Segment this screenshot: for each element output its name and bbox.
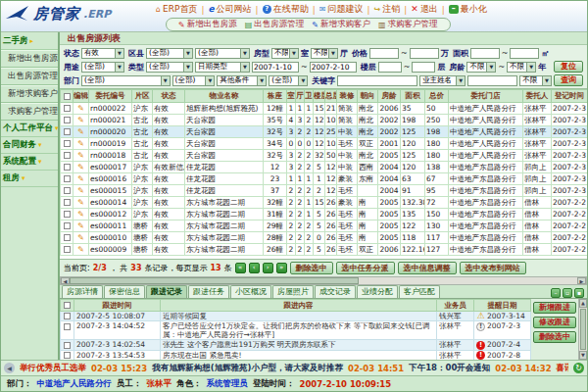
sidebar-item[interactable]: 出售房源管理 xyxy=(1,68,58,85)
table-row[interactable]: ✎rn000020古北有效天台家园32号3221225中装南北200212519… xyxy=(61,126,588,138)
batch-action-button-4[interactable]: 选中发布到网站 xyxy=(460,262,526,274)
menu-item-4[interactable]: ✉问题建议 xyxy=(319,3,364,16)
table-row[interactable]: ✎es000012沪东有效东方城市花园二期31幢221526毛坯南2005135… xyxy=(61,209,588,220)
table-row[interactable]: ✎es000015沪东有效佳龙花园37222212毛坯20049195中道地产东… xyxy=(61,185,588,197)
tab-3[interactable]: 跟进记录 xyxy=(146,285,187,298)
edit-icon[interactable]: ✎ xyxy=(77,127,84,136)
row-checkbox[interactable] xyxy=(64,211,71,218)
panel-restore-icon[interactable]: ▫ xyxy=(563,288,572,298)
other-condition2-select[interactable]: (全部)▼ xyxy=(269,75,308,86)
add-followup-button[interactable]: 新增跟进 xyxy=(533,302,576,314)
row-checkbox[interactable] xyxy=(64,222,71,229)
tab-6[interactable]: 房屋照片 xyxy=(272,285,314,298)
table-row[interactable]: ✎es000016沪东有效佳龙花园23111112豪装东南20046367中道地… xyxy=(61,173,588,185)
last-page-button[interactable]: » xyxy=(276,263,287,273)
edit-icon[interactable]: ✎ xyxy=(77,151,84,160)
district-select[interactable]: (全部)▼ xyxy=(146,48,193,59)
edit-icon[interactable]: ✎ xyxy=(77,174,84,183)
table-row[interactable]: ✎rn000018古北有效天台家园32号3223250中装南北200512518… xyxy=(61,150,588,162)
sidebar-item[interactable]: 新增求购客户 xyxy=(1,85,58,103)
usage-select[interactable]: (全部)▼ xyxy=(81,62,124,73)
type-select[interactable]: (全部)▼ xyxy=(146,62,193,73)
table-row[interactable]: ✎rn000022沪东有效旭辉新构想(旭辉雅苑)12幢1111521简装南北20… xyxy=(61,103,588,115)
age-min-select[interactable]: 不限▼ xyxy=(466,62,496,73)
tab-7[interactable]: 成交记录 xyxy=(315,285,356,298)
edit-icon[interactable]: ✎ xyxy=(77,233,84,242)
quickbar-item-1[interactable]: ✎新增出售房源 xyxy=(178,19,237,30)
edit-followup-button[interactable]: 修改跟进 xyxy=(533,317,576,328)
followup-row[interactable]: 2007-2-3 14:02:54张先生 这个客户愿意出191万购买 明天跟房东… xyxy=(61,340,531,350)
edit-icon[interactable]: ✎ xyxy=(77,198,84,207)
refresh-icon[interactable]: ↻ xyxy=(573,363,584,373)
tab-9[interactable]: 客户匹配 xyxy=(399,285,440,298)
owner-name-select[interactable]: 业主姓名▼ xyxy=(419,75,466,86)
row-checkbox[interactable] xyxy=(64,140,71,147)
quickbar-item-4[interactable]: ▥求购客户管理 xyxy=(378,19,438,30)
scroll-up-icon[interactable]: ▲ xyxy=(579,299,587,308)
table-row[interactable]: ✎es000011塘桥有效东方城市花园二期29幢222526毛坯南2005122… xyxy=(61,220,588,232)
table-row[interactable]: ✎es000014沪东有效东方城市花园二期32幢2211526豪装南200513… xyxy=(61,197,588,209)
menu-item-7[interactable]: –最小化 xyxy=(449,3,487,16)
row-checkbox[interactable] xyxy=(64,117,71,123)
tab-2[interactable]: 保密信息 xyxy=(104,285,145,298)
tab-4[interactable]: 跟进任务 xyxy=(188,285,229,298)
row-checkbox[interactable] xyxy=(64,128,71,135)
sidebar-section[interactable]: 合同财务▾ xyxy=(1,137,58,154)
scroll-right-icon[interactable]: ▶ xyxy=(577,277,586,284)
scroll-thumb[interactable] xyxy=(580,309,586,350)
first-page-button[interactable]: « xyxy=(235,263,246,273)
datetype-select[interactable]: 日期类型▼ xyxy=(195,62,250,73)
district2-select[interactable]: (全部)▼ xyxy=(195,48,250,59)
scroll-track[interactable] xyxy=(359,277,577,284)
edit-icon[interactable]: ✎ xyxy=(77,116,84,124)
other-condition-select[interactable]: 其他条件▼ xyxy=(217,75,267,86)
edit-icon[interactable]: ✎ xyxy=(77,221,84,230)
batch-action-button-3[interactable]: 选中信息调整 xyxy=(398,262,457,274)
floor-max-input[interactable] xyxy=(412,62,435,73)
followup-row[interactable]: 2007-2-3 13:54:53房东现在出国 紧急甩卖!张林平!2007-2-… xyxy=(61,350,531,360)
sidebar-item[interactable]: 新增出售房源 xyxy=(1,50,58,68)
search-button[interactable]: 查询 xyxy=(554,74,583,86)
quickbar-item-3[interactable]: ✎新增求购客户 xyxy=(312,19,370,30)
date-from-input[interactable]: 2007-1-10 xyxy=(252,62,299,73)
halls-select[interactable]: 不限▼ xyxy=(311,48,338,59)
owner-name-input[interactable] xyxy=(467,75,517,86)
date-to-input[interactable]: 2007-2-10 xyxy=(310,62,357,73)
batch-action-button-1[interactable]: 删除选中 xyxy=(290,262,333,274)
dept2-select[interactable]: (全部)▼ xyxy=(172,75,216,86)
panel-minimize-icon[interactable]: – xyxy=(551,288,561,298)
sidebar-section[interactable]: 个人工作平台▾ xyxy=(1,121,58,137)
row-checkbox[interactable] xyxy=(64,187,71,194)
price-max-input[interactable] xyxy=(410,48,439,59)
price-min-input[interactable] xyxy=(369,48,399,59)
row-checkbox[interactable] xyxy=(64,199,71,206)
row-checkbox[interactable] xyxy=(64,234,71,241)
sidebar-section[interactable]: 租房▾ xyxy=(1,171,58,187)
sidebar-section[interactable]: 系统配置▾ xyxy=(1,154,58,171)
scroll-down-icon[interactable]: ▼ xyxy=(579,351,587,360)
tab-5[interactable]: 小区概况 xyxy=(230,285,271,298)
table-row[interactable]: ✎rn000019古北有效天台家园34号0001210毛坯双正200112018… xyxy=(61,138,588,150)
edit-icon[interactable]: ✎ xyxy=(77,186,84,195)
vertical-scrollbar[interactable]: ▲ ▼ xyxy=(578,299,587,360)
batch-action-button-2[interactable]: 选中任务分派 xyxy=(336,262,395,274)
prev-page-button[interactable]: ‹ xyxy=(249,263,260,273)
followup-row[interactable]: 2007-2-5 10:08:07近期等候回复钱兴军⚠2007-3-14 xyxy=(61,312,531,321)
rooms-select[interactable]: 不限▼ xyxy=(271,48,299,59)
quickbar-item-2[interactable]: ▤出售房源管理 xyxy=(245,19,305,30)
menu-item-3[interactable]: ?在线帮助 xyxy=(263,3,309,16)
table-row[interactable]: ✎es000009塘桥有效东方城市花园二期26幢222526毛坯双正200612… xyxy=(61,244,588,256)
edit-icon[interactable]: ✎ xyxy=(77,139,84,148)
reset-button[interactable]: 复位 xyxy=(554,61,583,73)
table-row[interactable]: ✎es000017沪东有效新信息佳龙花园12322512中装西南20041201… xyxy=(61,162,588,173)
menu-item-5[interactable]: ↪注销 xyxy=(373,3,400,16)
age-max-select[interactable]: 不限▼ xyxy=(507,62,536,73)
sidebar-section[interactable]: 二手房▸ xyxy=(1,33,58,50)
area-max-input[interactable] xyxy=(510,48,539,59)
edit-icon[interactable]: ✎ xyxy=(77,163,84,172)
row-checkbox[interactable] xyxy=(64,342,71,349)
status-select[interactable]: 有效▼ xyxy=(81,48,124,59)
edit-icon[interactable]: ✎ xyxy=(77,210,84,219)
edit-icon[interactable]: ✎ xyxy=(77,245,84,254)
menu-item-1[interactable]: ⌂ERP首页 xyxy=(156,3,197,16)
